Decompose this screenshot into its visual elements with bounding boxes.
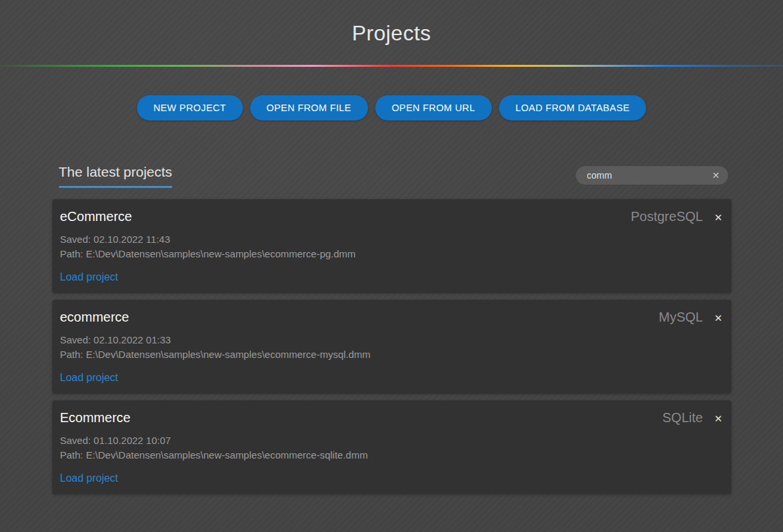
project-search: ✕ xyxy=(576,166,728,185)
section-header: The latest projects ✕ xyxy=(52,164,731,188)
file-path: Path: E:\Dev\Datensen\samples\new-sample… xyxy=(60,247,723,261)
load-project-link[interactable]: Load project xyxy=(60,472,118,484)
card-header-row: ecommerce MySQL ✕ xyxy=(60,310,723,325)
rainbow-divider xyxy=(0,65,783,67)
file-path: Path: E:\Dev\Datensen\samples\new-sample… xyxy=(60,347,723,362)
load-project-link[interactable]: Load project xyxy=(60,271,118,283)
load-project-link[interactable]: Load project xyxy=(60,372,118,384)
card-header-row: Ecommerce SQLite ✕ xyxy=(60,410,723,425)
latest-projects-heading: The latest projects xyxy=(59,164,173,188)
file-path: Path: E:\Dev\Datensen\samples\new-sample… xyxy=(60,448,723,463)
project-name: ecommerce xyxy=(60,310,129,325)
project-card-list: eCommerce PostgreSQL ✕ Saved: 02.10.2022… xyxy=(52,199,731,494)
saved-timestamp: Saved: 02.10.2022 01:33 xyxy=(60,333,723,347)
card-header-right: SQLite ✕ xyxy=(663,410,723,425)
project-actions-toolbar: NEW PROJECT OPEN FROM FILE OPEN FROM URL… xyxy=(0,95,783,120)
search-clear-icon[interactable]: ✕ xyxy=(712,171,720,180)
latest-projects-section: The latest projects ✕ eCommerce PostgreS… xyxy=(52,164,731,494)
open-from-file-button[interactable]: OPEN FROM FILE xyxy=(250,95,368,120)
database-type-label: MySQL xyxy=(659,310,703,325)
app-header: Projects xyxy=(0,0,783,67)
saved-timestamp: Saved: 02.10.2022 11:43 xyxy=(60,232,723,247)
project-meta: Saved: 02.10.2022 01:33 Path: E:\Dev\Dat… xyxy=(60,333,723,362)
project-card-ecommerce-pg: eCommerce PostgreSQL ✕ Saved: 02.10.2022… xyxy=(52,199,731,293)
project-meta: Saved: 02.10.2022 11:43 Path: E:\Dev\Dat… xyxy=(60,232,723,261)
database-type-label: PostgreSQL xyxy=(631,209,703,224)
search-input[interactable] xyxy=(576,166,728,185)
project-name: eCommerce xyxy=(60,209,132,224)
page-title: Projects xyxy=(352,21,432,46)
close-icon[interactable]: ✕ xyxy=(714,412,723,423)
card-header-right: MySQL ✕ xyxy=(659,310,722,325)
close-icon[interactable]: ✕ xyxy=(714,211,723,222)
card-header-row: eCommerce PostgreSQL ✕ xyxy=(60,209,723,224)
database-type-label: SQLite xyxy=(663,410,703,425)
close-icon[interactable]: ✕ xyxy=(714,312,723,323)
load-from-database-button[interactable]: LOAD FROM DATABASE xyxy=(499,95,647,120)
open-from-url-button[interactable]: OPEN FROM URL xyxy=(375,95,492,120)
card-header-right: PostgreSQL ✕ xyxy=(631,209,723,224)
project-card-ecommerce-sqlite: Ecommerce SQLite ✕ Saved: 01.10.2022 10:… xyxy=(52,400,731,494)
project-meta: Saved: 01.10.2022 10:07 Path: E:\Dev\Dat… xyxy=(60,433,723,463)
new-project-button[interactable]: NEW PROJECT xyxy=(137,95,243,120)
saved-timestamp: Saved: 01.10.2022 10:07 xyxy=(60,433,723,448)
project-name: Ecommerce xyxy=(60,410,131,425)
project-card-ecommerce-mysql: ecommerce MySQL ✕ Saved: 02.10.2022 01:3… xyxy=(52,300,731,394)
